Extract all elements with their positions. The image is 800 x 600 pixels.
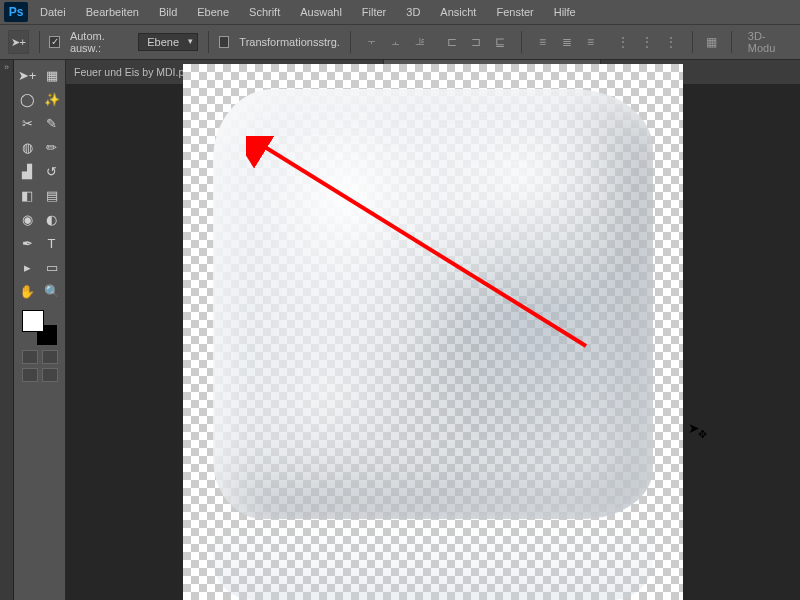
menu-file[interactable]: Datei [30, 3, 76, 21]
eraser-tool[interactable]: ◧ [16, 184, 38, 206]
eyedropper-tool[interactable]: ✎ [41, 112, 63, 134]
align-group-1: ⫟ ⫠ ⫡ [361, 31, 431, 53]
image-content [213, 89, 653, 519]
type-tool[interactable]: T [41, 232, 63, 254]
zoom-tool[interactable]: 🔍 [41, 280, 63, 302]
transform-controls-checkbox[interactable] [219, 36, 229, 48]
app-logo: Ps [4, 2, 28, 22]
menu-image[interactable]: Bild [149, 3, 187, 21]
menu-layer[interactable]: Ebene [187, 3, 239, 21]
history-brush-tool[interactable]: ↺ [41, 160, 63, 182]
color-swatches[interactable] [22, 310, 58, 346]
crop-tool[interactable]: ✂ [16, 112, 38, 134]
healing-tool[interactable]: ◍ [16, 136, 38, 158]
auto-align-icon[interactable]: ▦ [702, 31, 721, 53]
blur-tool[interactable]: ◉ [16, 208, 38, 230]
extra-button-2[interactable] [42, 368, 58, 382]
active-tool-icon[interactable]: ➤+ [8, 30, 29, 54]
extra-button-1[interactable] [22, 368, 38, 382]
quickmask-button[interactable] [22, 350, 38, 364]
distribute-right-icon[interactable]: ⋮ [660, 31, 682, 53]
artboard-tool[interactable]: ▦ [41, 64, 63, 86]
lasso-tool[interactable]: ◯ [16, 88, 38, 110]
menu-edit[interactable]: Bearbeiten [76, 3, 149, 21]
transparency-grid [183, 64, 683, 600]
distribute-hcenter-icon[interactable]: ⋮ [636, 31, 658, 53]
auto-select-checkbox[interactable] [49, 36, 59, 48]
move-tool[interactable]: ➤+ [16, 64, 38, 86]
auto-select-label: Autom. ausw.: [70, 30, 128, 54]
distribute-group-1: ≡ ≣ ≡ [532, 31, 602, 53]
distribute-left-icon[interactable]: ⋮ [612, 31, 634, 53]
hand-tool[interactable]: ✋ [16, 280, 38, 302]
menu-help[interactable]: Hilfe [544, 3, 586, 21]
clone-tool[interactable]: ▟ [16, 160, 38, 182]
foreground-color[interactable] [22, 310, 44, 332]
align-left-icon[interactable]: ⊏ [441, 31, 463, 53]
3d-mode-button[interactable]: 3D-Modu [742, 28, 792, 56]
auto-select-dropdown[interactable]: Ebene [138, 33, 198, 51]
brush-tool[interactable]: ✏ [41, 136, 63, 158]
move-cursor-icon: ➤ [688, 420, 700, 436]
path-select-tool[interactable]: ▸ [16, 256, 38, 278]
separator [350, 31, 351, 53]
separator [521, 31, 522, 53]
menu-window[interactable]: Fenster [486, 3, 543, 21]
gradient-tool[interactable]: ▤ [41, 184, 63, 206]
menu-select[interactable]: Auswahl [290, 3, 352, 21]
menu-3d[interactable]: 3D [396, 3, 430, 21]
distribute-top-icon[interactable]: ≡ [532, 31, 554, 53]
distribute-vcenter-icon[interactable]: ≣ [556, 31, 578, 53]
align-bottom-icon[interactable]: ⫡ [409, 31, 431, 53]
canvas-area: Feuer und Eis by MDI.psd bei 14,1% (Mann… [66, 60, 800, 600]
menu-bar: Datei Bearbeiten Bild Ebene Schrift Ausw… [30, 3, 586, 21]
title-bar: Ps Datei Bearbeiten Bild Ebene Schrift A… [0, 0, 800, 24]
rectangle-tool[interactable]: ▭ [41, 256, 63, 278]
magic-wand-tool[interactable]: ✨ [41, 88, 63, 110]
distribute-group-2: ⋮ ⋮ ⋮ [612, 31, 682, 53]
align-vcenter-icon[interactable]: ⫠ [385, 31, 407, 53]
pen-tool[interactable]: ✒ [16, 232, 38, 254]
menu-filter[interactable]: Filter [352, 3, 396, 21]
separator [692, 31, 693, 53]
separator [39, 31, 40, 53]
dodge-tool[interactable]: ◐ [41, 208, 63, 230]
screenmode-button[interactable] [42, 350, 58, 364]
menu-type[interactable]: Schrift [239, 3, 290, 21]
transform-controls-label: Transformationsstrg. [239, 36, 339, 48]
options-bar: ➤+ Autom. ausw.: Ebene Transformationsst… [0, 24, 800, 60]
align-right-icon[interactable]: ⊑ [489, 31, 511, 53]
image-reflection [213, 510, 653, 600]
chevron-right-icon: » [4, 62, 9, 72]
panel-collapse-gutter[interactable]: » [0, 60, 14, 600]
distribute-bottom-icon[interactable]: ≡ [580, 31, 602, 53]
align-group-2: ⊏ ⊐ ⊑ [441, 31, 511, 53]
align-hcenter-icon[interactable]: ⊐ [465, 31, 487, 53]
separator [208, 31, 209, 53]
workspace: » ➤+▦◯✨✂✎◍✏▟↺◧▤◉◐✒T▸▭✋🔍 Feuer und Eis by… [0, 60, 800, 600]
toolbox: ➤+▦◯✨✂✎◍✏▟↺◧▤◉◐✒T▸▭✋🔍 [14, 60, 66, 600]
viewport[interactable] [66, 84, 800, 600]
separator [731, 31, 732, 53]
menu-view[interactable]: Ansicht [430, 3, 486, 21]
align-top-icon[interactable]: ⫟ [361, 31, 383, 53]
